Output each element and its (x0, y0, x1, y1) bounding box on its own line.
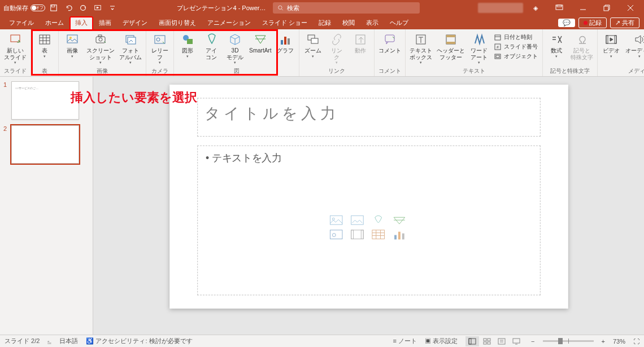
insert-video-icon[interactable] (350, 230, 364, 241)
button-label: グラフ (277, 47, 294, 54)
insert-table-icon[interactable] (371, 230, 385, 241)
table-button[interactable]: 表▾ (33, 30, 56, 60)
tab-transitions[interactable]: 画面切り替え (153, 16, 202, 29)
close-icon[interactable] (619, 0, 642, 16)
action-icon (354, 33, 367, 46)
insert-smartart-icon[interactable] (393, 215, 406, 226)
title-bar: 自動保存 オフ プレゼンテーション4 - Power… ◈ (0, 0, 644, 16)
equation-button[interactable]: 数式▾ (545, 30, 568, 60)
reading-view-icon[interactable] (495, 336, 508, 346)
slide-sorter-icon[interactable] (480, 336, 494, 346)
minimize-icon[interactable] (572, 0, 594, 16)
title-placeholder[interactable]: タイトルを入力 (197, 98, 541, 137)
screenshot-button[interactable]: スクリーン ショット▾ (85, 30, 116, 66)
repeat-icon[interactable] (77, 2, 89, 14)
slide-number-button[interactable]: #スライド番号 (491, 42, 540, 51)
button-label: スクリーン ショット (86, 47, 115, 60)
photo-album-button[interactable]: フォト アルバム▾ (118, 30, 143, 66)
svg-text:#: # (497, 45, 499, 49)
accessibility-checker[interactable]: ♿ アクセシビリティ: 検討が必要です (86, 337, 192, 345)
tab-file[interactable]: ファイル (3, 16, 40, 29)
autosave-toggle[interactable]: 自動保存 オフ (3, 4, 45, 12)
video-button[interactable]: ビデオ▾ (600, 30, 623, 60)
comment-button[interactable]: コメント (377, 30, 403, 55)
small-button-label: 日付と時刻 (504, 33, 532, 41)
tab-draw[interactable]: 描画 (93, 16, 117, 29)
tab-insert[interactable]: 挿入 (69, 16, 93, 29)
restore-icon[interactable] (595, 0, 618, 16)
zoom-in-button[interactable]: + (602, 338, 605, 345)
zoom-button[interactable]: ズーム▾ (302, 30, 324, 60)
start-from-beginning-icon[interactable] (92, 2, 104, 14)
share-button[interactable]: ↗ 共有 (610, 17, 639, 28)
button-label: リン ク (331, 47, 342, 60)
3d-button[interactable]: 3D モデル▾ (224, 30, 246, 66)
wordart-button[interactable]: ワード アート▾ (468, 30, 490, 66)
zoom-slider[interactable] (543, 340, 594, 342)
button-label: 数式 (551, 47, 562, 54)
tab-view[interactable]: 表示 (360, 16, 384, 29)
slideshow-view-icon[interactable] (510, 336, 523, 346)
spellcheck-icon[interactable]: ⎁ (47, 338, 51, 345)
insert-cameo-icon[interactable] (329, 230, 343, 241)
search-input[interactable] (287, 5, 415, 11)
button-label: 表 (42, 47, 47, 54)
record-button[interactable]: 記録 (578, 17, 607, 28)
normal-view-icon[interactable] (465, 336, 479, 346)
content-placeholder[interactable]: • テキストを入力 (197, 146, 541, 296)
smartart-button[interactable]: SmartArt (247, 30, 273, 55)
shapes-button[interactable]: 図形▾ (176, 30, 199, 60)
zoom-level[interactable]: 73% (613, 338, 625, 345)
search-box[interactable] (273, 2, 420, 14)
new-slide-button[interactable]: 新しい スライド▾ (2, 30, 28, 66)
chevron-down-icon: ▾ (43, 54, 46, 59)
qat-more-icon[interactable] (106, 2, 119, 14)
svg-rect-26 (356, 35, 365, 44)
audio-button[interactable]: オーディオ▾ (624, 30, 644, 60)
ribbon-display-icon[interactable] (548, 0, 571, 16)
tab-record[interactable]: 記録 (313, 16, 337, 29)
save-icon[interactable] (47, 2, 60, 14)
insert-stock-image-icon[interactable] (329, 215, 343, 226)
insert-chart-icon[interactable] (393, 230, 406, 241)
svg-point-4 (278, 6, 281, 9)
tab-slideshow[interactable]: スライド ショー (256, 16, 313, 29)
chart-button[interactable]: グラフ (274, 30, 297, 55)
textbox-icon (414, 33, 428, 46)
slide-thumbnail-1[interactable]: ○○サービスのご… (11, 81, 79, 120)
undo-icon[interactable] (62, 2, 75, 14)
tab-help[interactable]: ヘルプ (384, 16, 414, 29)
svg-rect-23 (288, 38, 290, 45)
icons-button[interactable]: アイ コン (200, 30, 223, 62)
insert-picture-icon[interactable] (350, 215, 364, 226)
user-account[interactable] (478, 3, 523, 13)
fit-to-window-icon[interactable]: ⛶ (633, 338, 639, 345)
svg-rect-21 (281, 40, 283, 45)
svg-rect-10 (67, 35, 77, 43)
tab-home[interactable]: ホーム (40, 16, 69, 29)
language-indicator[interactable]: 日本語 (59, 337, 78, 345)
picture-button[interactable]: 画像▾ (61, 30, 84, 60)
thumb-number: 1 (3, 81, 9, 88)
slide-thumbnail-2[interactable] (11, 125, 79, 164)
button-label: コメント (378, 47, 401, 54)
slide[interactable]: タイトルを入力 • テキストを入力 (169, 85, 568, 309)
comments-pane-button[interactable]: 💬 (558, 19, 575, 27)
notes-button[interactable]: ≡ ノート (393, 337, 417, 345)
tab-design[interactable]: デザイン (117, 16, 153, 29)
tab-animations[interactable]: アニメーション (202, 16, 256, 29)
slide-counter[interactable]: スライド 2/2 (5, 337, 40, 345)
textbox-button[interactable]: テキスト ボックス▾ (408, 30, 434, 66)
display-settings-button[interactable]: ▣ 表示設定 (425, 337, 458, 345)
object-button[interactable]: オブジェクト (491, 52, 540, 61)
insert-icon-icon[interactable] (371, 215, 385, 226)
svg-rect-50 (372, 230, 384, 239)
tab-review[interactable]: 校閲 (337, 16, 360, 29)
svg-rect-42 (330, 216, 342, 225)
zoom-out-button[interactable]: − (531, 338, 534, 345)
svg-rect-9 (40, 35, 50, 44)
cameo-button[interactable]: レリー フ▾ (149, 30, 171, 66)
header-footer-button[interactable]: ヘッダーと フッター (435, 30, 467, 62)
web-icon[interactable]: ◈ (524, 0, 547, 16)
datetime-button[interactable]: 日付と時刻 (491, 33, 540, 42)
